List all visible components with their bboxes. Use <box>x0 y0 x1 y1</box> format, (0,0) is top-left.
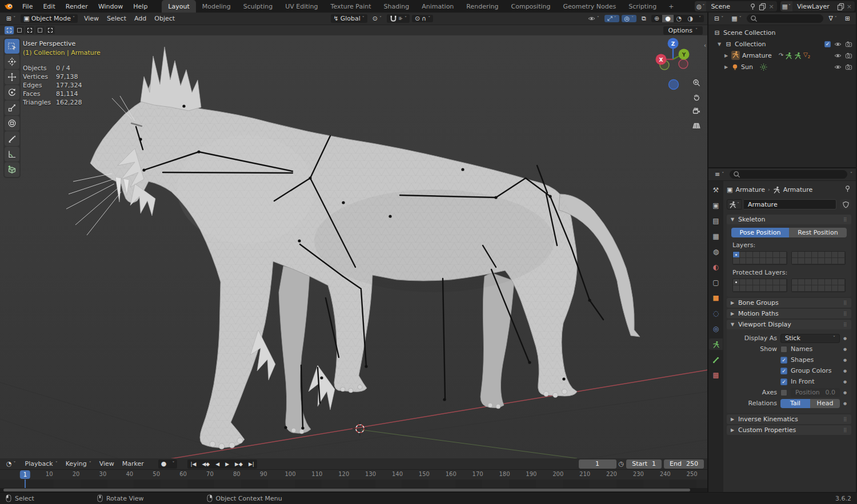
editor-type-button[interactable]: ⊞˅ <box>3 15 18 22</box>
select-mode-invert-button[interactable] <box>35 26 45 34</box>
layer-grid-block[interactable] <box>732 279 787 292</box>
shading-solid-button[interactable]: ● <box>662 15 674 22</box>
expand-caret-icon[interactable]: ▼ <box>716 42 722 47</box>
timeline-scrollbar[interactable] <box>0 488 707 492</box>
play-reverse-button[interactable]: ◀ <box>213 459 222 469</box>
layer-cell[interactable] <box>812 258 819 264</box>
layer-cell[interactable] <box>773 285 780 292</box>
viewport-menu-add[interactable]: Add <box>130 14 150 23</box>
pin-icon[interactable] <box>749 3 756 10</box>
sidebar-toggle-arrow[interactable]: ‹ <box>703 41 707 50</box>
gizmos-toggle[interactable]: ⤢˅ <box>604 15 619 22</box>
checkbox-names[interactable] <box>780 346 787 353</box>
select-mode-set-button[interactable] <box>5 26 14 34</box>
layer-cell[interactable] <box>825 252 832 258</box>
layer-cell[interactable] <box>753 252 760 258</box>
auto-key-record-button[interactable]: ● <box>158 459 170 469</box>
layer-cell[interactable] <box>798 258 805 264</box>
shading-rendered-button[interactable]: ◑ <box>684 15 696 22</box>
pose-position-button[interactable]: Pose Position <box>731 228 789 237</box>
tab-physics[interactable]: ◌ <box>709 308 723 319</box>
layer-cell[interactable] <box>812 285 819 292</box>
hide-eye-icon[interactable] <box>834 52 842 59</box>
prev-keyframe-button[interactable]: ◀◆ <box>199 459 213 469</box>
add-workspace-button[interactable]: + <box>663 0 679 13</box>
layer-cell[interactable] <box>792 285 799 292</box>
layer-cell[interactable] <box>818 258 825 264</box>
outliner-row-collection[interactable]: ▼ ⊟ Collection ✓ <box>708 38 856 50</box>
timeline-editor-type-button[interactable]: ◔˅ <box>3 460 19 467</box>
checkbox-group-colors[interactable]: ✓ <box>780 368 787 374</box>
layer-grid-block[interactable] <box>791 279 846 292</box>
layer-cell[interactable] <box>766 279 773 285</box>
menu-edit[interactable]: Edit <box>38 0 60 13</box>
playhead-line[interactable] <box>25 479 26 488</box>
properties-options-dropdown[interactable]: ˅ <box>850 172 852 177</box>
select-mode-intersect-button[interactable] <box>46 26 55 34</box>
close-scene-icon[interactable]: × <box>768 3 774 10</box>
layer-cell[interactable] <box>805 252 812 258</box>
tab-object-data[interactable] <box>709 338 723 350</box>
jump-to-end-button[interactable]: ▶| <box>246 459 257 469</box>
animate-dot-icon[interactable]: ● <box>843 380 848 384</box>
animate-dot-icon[interactable]: ● <box>843 369 848 373</box>
tool-rotate[interactable] <box>5 85 19 100</box>
shading-dropdown[interactable]: ˅ <box>696 15 704 22</box>
fake-user-shield-button[interactable] <box>840 199 851 209</box>
animate-dot-icon[interactable]: ● <box>843 358 848 362</box>
workspace-tab-rendering[interactable]: Rendering <box>460 0 504 13</box>
outliner-search-input[interactable] <box>747 14 824 23</box>
tab-object[interactable]: ■ <box>709 292 723 304</box>
layer-cell[interactable] <box>733 285 740 292</box>
timeline-menu-keying[interactable]: Keying˅ <box>62 460 95 467</box>
rest-position-button[interactable]: Rest Position <box>789 228 847 237</box>
drag-handle-icon[interactable]: ⣿ <box>843 217 847 222</box>
shading-material-button[interactable]: ◔ <box>674 15 685 22</box>
viewport-display-panel-header[interactable]: ▼ Viewport Display ⣿ <box>727 320 851 329</box>
layer-cell[interactable] <box>740 285 747 292</box>
layer-cell[interactable] <box>818 285 825 292</box>
navigation-gizmo[interactable]: Z X Y <box>655 37 691 93</box>
layer-cell[interactable] <box>812 252 819 258</box>
mode-dropdown[interactable]: ▣Object Mode˅ <box>21 14 78 23</box>
drag-handle-icon[interactable]: ⣿ <box>843 300 847 305</box>
layer-cell[interactable] <box>798 279 805 285</box>
pin-icon[interactable] <box>844 185 851 192</box>
layer-grid-block[interactable] <box>732 251 787 265</box>
properties-editor-type-button[interactable]: ≡˅ <box>712 171 727 178</box>
timeline-menu-marker[interactable]: Marker <box>118 460 148 467</box>
tool-scale[interactable] <box>5 100 19 115</box>
expand-caret-icon[interactable]: ▶ <box>723 53 729 58</box>
layer-cell[interactable] <box>818 252 825 258</box>
workspace-tab-animation[interactable]: Animation <box>415 0 460 13</box>
scene-name[interactable]: Scene <box>706 3 746 10</box>
new-collection-button[interactable]: ⊞ <box>842 15 853 22</box>
layer-cell[interactable] <box>825 258 832 264</box>
timeline-menu-playback[interactable]: Playback˅ <box>21 460 62 467</box>
layer-cell[interactable] <box>753 285 760 292</box>
workspace-tab-sculpting[interactable]: Sculpting <box>237 0 279 13</box>
layer-cell[interactable] <box>805 258 812 264</box>
menu-render[interactable]: Render <box>61 0 93 13</box>
viewport-canvas[interactable]: User Perspective (1) Collection | Armatu… <box>0 35 707 458</box>
tool-move[interactable] <box>5 70 19 84</box>
frame-end-field[interactable]: End250 <box>664 459 704 469</box>
panel-header[interactable]: ▶Custom Properties⣿ <box>727 425 851 435</box>
tool-select-box[interactable] <box>5 39 19 54</box>
play-button[interactable]: ▶ <box>222 459 232 469</box>
breadcrumb-data[interactable]: Armature <box>783 186 813 193</box>
animate-dot-icon[interactable]: ● <box>843 347 848 352</box>
layer-cell[interactable] <box>780 279 787 285</box>
layer-cell[interactable] <box>760 285 767 292</box>
tool-transform[interactable] <box>5 116 19 131</box>
camera-view-icon[interactable] <box>690 105 703 118</box>
layer-cell[interactable] <box>746 252 753 258</box>
armature-layers-grid[interactable] <box>732 251 846 265</box>
stopwatch-icon[interactable]: ◷ <box>619 461 624 467</box>
layer-cell[interactable] <box>832 252 839 258</box>
layer-cell[interactable] <box>780 285 787 292</box>
pan-hand-icon[interactable] <box>690 91 703 103</box>
copy-viewlayer-icon[interactable] <box>837 3 844 10</box>
layer-cell[interactable] <box>832 258 839 264</box>
panel-header[interactable]: ▶Motion Paths⣿ <box>727 309 851 318</box>
